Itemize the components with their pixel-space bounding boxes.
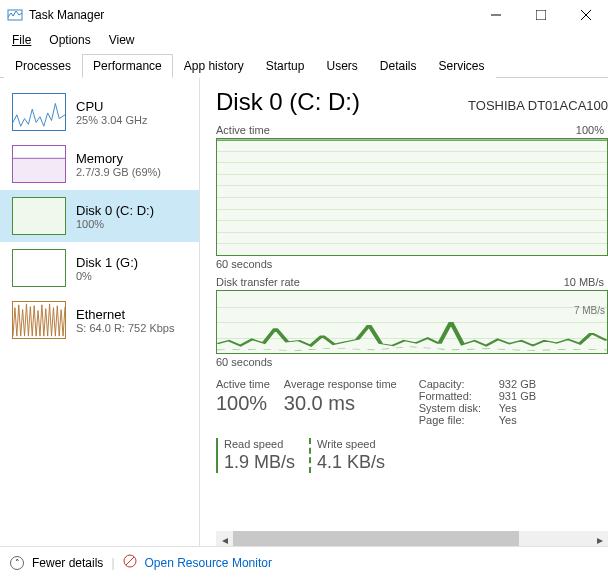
write-value: 4.1 KB/s [317,452,385,473]
fewer-details-link[interactable]: Fewer details [32,556,103,570]
sidebar-item-sub: 100% [76,218,154,230]
tab-startup[interactable]: Startup [255,54,316,78]
read-label: Read speed [224,438,295,450]
minimize-button[interactable] [473,0,518,29]
close-button[interactable] [563,0,608,29]
avg-resp-value: 30.0 ms [284,392,397,415]
svg-rect-5 [13,158,65,182]
chart2-xaxis: 60 seconds [216,356,272,368]
sidebar-item-sub: 25% 3.04 GHz [76,114,148,126]
sidebar-item-memory[interactable]: Memory 2.7/3.9 GB (69%) [0,138,199,190]
chart1-xaxis: 60 seconds [216,258,272,270]
content: CPU 25% 3.04 GHz Memory 2.7/3.9 GB (69%)… [0,78,608,548]
sidebar-item-disk1[interactable]: Disk 1 (G:) 0% [0,242,199,294]
open-resource-monitor-link[interactable]: Open Resource Monitor [145,556,272,570]
tabs: Processes Performance App history Startu… [0,53,608,78]
memory-thumb [12,145,66,183]
menubar: File Options View [0,29,608,51]
pagefile-k: Page file: [419,414,499,426]
sidebar-item-sub: 2.7/3.9 GB (69%) [76,166,161,178]
menu-view[interactable]: View [101,31,143,49]
chart2-label: Disk transfer rate [216,276,300,288]
sidebar-item-label: CPU [76,99,148,114]
page-title: Disk 0 (C: D:) [216,88,360,116]
sidebar-item-label: Disk 1 (G:) [76,255,138,270]
sidebar-item-cpu[interactable]: CPU 25% 3.04 GHz [0,86,199,138]
ethernet-thumb [12,301,66,339]
sidebar-item-label: Disk 0 (C: D:) [76,203,154,218]
chart1-label: Active time [216,124,270,136]
sidebar-item-label: Ethernet [76,307,174,322]
tab-performance[interactable]: Performance [82,54,173,78]
pagefile-v: Yes [499,414,517,426]
maximize-button[interactable] [518,0,563,29]
read-value: 1.9 MB/s [224,452,295,473]
chevron-up-icon[interactable]: ˄ [10,556,24,570]
read-write-row: Read speed 1.9 MB/s Write speed 4.1 KB/s [216,438,608,473]
capacity-k: Capacity: [419,378,499,390]
avg-resp-label: Average response time [284,378,397,390]
formatted-v: 931 GB [499,390,536,402]
sidebar-item-ethernet[interactable]: Ethernet S: 64.0 R: 752 Kbps [0,294,199,346]
tab-details[interactable]: Details [369,54,428,78]
titlebar: Task Manager [0,0,608,29]
window-buttons [473,0,608,29]
active-time-value: 100% [216,392,270,415]
formatted-k: Formatted: [419,390,499,402]
menu-options[interactable]: Options [41,31,98,49]
window-title: Task Manager [29,8,473,22]
tab-app-history[interactable]: App history [173,54,255,78]
sidebar-item-label: Memory [76,151,161,166]
disk-model: TOSHIBA DT01ACA100 [468,98,608,113]
sidebar-item-disk0[interactable]: Disk 0 (C: D:) 100% [0,190,199,242]
chart1-right: 100% [576,124,604,136]
write-label: Write speed [317,438,385,450]
sysdisk-k: System disk: [419,402,499,414]
sysdisk-v: Yes [499,402,517,414]
active-time-chart [216,138,608,256]
tab-users[interactable]: Users [315,54,368,78]
svg-line-8 [126,557,134,565]
main-panel: Disk 0 (C: D:) TOSHIBA DT01ACA100 Active… [200,78,608,548]
resmon-icon [123,554,137,571]
tab-processes[interactable]: Processes [4,54,82,78]
menu-file[interactable]: File [4,31,39,49]
disk0-thumb [12,197,66,235]
stats-row: Active time 100% Average response time 3… [216,378,608,426]
chart2-right: 10 MB/s [564,276,604,288]
sidebar-item-sub: 0% [76,270,138,282]
footer: ˄ Fewer details | Open Resource Monitor [0,546,608,578]
disk1-thumb [12,249,66,287]
sidebar: CPU 25% 3.04 GHz Memory 2.7/3.9 GB (69%)… [0,78,200,548]
app-icon [7,7,23,23]
transfer-rate-chart: 7 MB/s [216,290,608,354]
tab-services[interactable]: Services [428,54,496,78]
cpu-thumb [12,93,66,131]
active-time-label: Active time [216,378,270,390]
capacity-v: 932 GB [499,378,536,390]
sidebar-item-sub: S: 64.0 R: 752 Kbps [76,322,174,334]
svg-rect-2 [536,10,546,20]
